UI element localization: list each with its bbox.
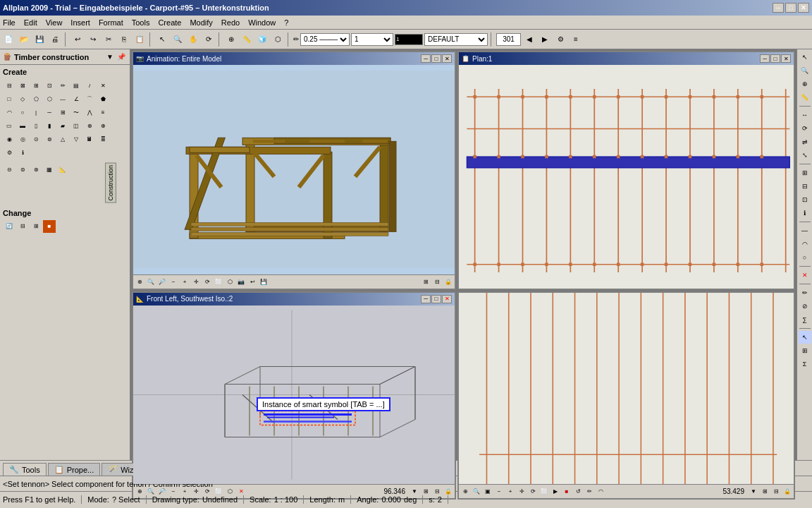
anim-lock[interactable]: 🔒 (443, 277, 453, 286)
open-button[interactable]: 📂 (17, 32, 31, 47)
icon-horiz[interactable]: ─ (43, 106, 56, 119)
minimize-button[interactable]: ─ (773, 3, 784, 13)
icon-beam3[interactable]: ▤ (70, 79, 82, 92)
plan-maximize-btn[interactable]: □ (770, 54, 780, 63)
panel-dropdown-btn[interactable]: ▼ (104, 52, 116, 63)
rt-layers[interactable]: ⊟ (799, 180, 811, 193)
rt-zoom[interactable]: 🔍 (799, 64, 811, 77)
icon-curve[interactable]: ⌒ (83, 92, 96, 105)
anim-camera[interactable]: 📷 (236, 277, 246, 286)
anim-minimize-btn[interactable]: ─ (421, 54, 431, 63)
anim-rotate[interactable]: ⟳ (202, 277, 212, 286)
select-btn[interactable]: ↖ (155, 32, 169, 47)
menu-edit[interactable]: Edit (24, 18, 37, 27)
maximize-button[interactable]: □ (785, 3, 796, 13)
plan-zoom-all[interactable]: ⊕ (460, 486, 470, 496)
change-icon2[interactable]: ⊟ (16, 220, 29, 233)
plan-plus[interactable]: + (505, 486, 515, 496)
anim-minus[interactable]: − (168, 277, 178, 286)
anim-snap1[interactable]: ⊞ (421, 277, 431, 286)
icon-floor2[interactable]: ▬ (16, 119, 29, 132)
rt-delete[interactable]: ✕ (799, 269, 811, 282)
plan-fit[interactable]: ⬜ (539, 486, 549, 496)
plan-rotate[interactable]: ⟳ (528, 486, 538, 496)
plan-minimize-btn[interactable]: ─ (760, 54, 770, 63)
cut-btn[interactable]: ✂ (102, 32, 116, 47)
icon-pentagon[interactable]: ⬠ (30, 92, 42, 105)
change-icon3[interactable]: ⊞ (30, 220, 42, 233)
icon-floor1[interactable]: ▭ (3, 119, 16, 132)
iso-minimize-btn[interactable]: ─ (421, 295, 431, 303)
icon-joint5[interactable]: ⊙ (30, 133, 42, 145)
snap-btn[interactable]: ⊕ (224, 32, 238, 47)
menu-tools[interactable]: Tools (132, 18, 150, 27)
print-button[interactable]: 🖨 (48, 32, 62, 47)
icon-joint2[interactable]: ⊕ (97, 119, 109, 132)
view-settings-btn[interactable]: ⚙ (553, 32, 567, 47)
icon-settings2[interactable]: ⚙ (3, 146, 16, 159)
plan-snap2[interactable]: ⊟ (771, 486, 781, 496)
icon-joint3[interactable]: ◉ (3, 133, 16, 145)
anim-reset[interactable]: ↩ (247, 277, 257, 286)
icon-extra1[interactable]: ⊝ (3, 163, 16, 176)
anim-plus[interactable]: + (180, 277, 190, 286)
new-button[interactable]: 📄 (1, 32, 16, 47)
icon-angle[interactable]: ∠ (70, 92, 82, 105)
plan-zoom-select[interactable]: ▣ (483, 486, 493, 496)
color-swatch[interactable]: 1 (395, 34, 423, 45)
paste-btn[interactable]: 📋 (133, 32, 147, 47)
wire-btn[interactable]: ⬡ (271, 32, 285, 47)
redo-btn[interactable]: ↪ (86, 32, 100, 47)
rt-eyedrop[interactable]: ⊘ (799, 300, 811, 313)
icon-grid[interactable]: ⊞ (56, 106, 69, 119)
icon-poly[interactable]: ⬟ (97, 92, 109, 105)
icon-info[interactable]: ℹ (16, 146, 29, 159)
rt-rotate[interactable]: ⟳ (799, 122, 811, 135)
change-icon1[interactable]: 🔄 (3, 220, 16, 233)
more-btn[interactable]: ≡ (569, 32, 583, 47)
plan-color[interactable]: ■ (562, 486, 572, 496)
icon-ruler[interactable]: 📐 (56, 163, 69, 176)
rt-line[interactable]: — (799, 224, 811, 237)
plan-select[interactable]: ▶ (550, 486, 560, 496)
menu-window[interactable]: Window (248, 18, 276, 27)
anim-pan[interactable]: ✛ (191, 277, 201, 286)
icon-beam[interactable]: ⊟ (3, 79, 16, 92)
icon-box[interactable]: □ (3, 92, 16, 105)
next-view-btn[interactable]: ▶ (538, 32, 552, 47)
icon-floor5[interactable]: ▰ (56, 119, 69, 132)
plan-snap1[interactable]: ⊞ (760, 486, 770, 496)
rt-pencil[interactable]: ✏ (799, 286, 811, 299)
iso-maximize-btn[interactable]: □ (431, 295, 441, 303)
menu-view[interactable]: View (46, 18, 63, 27)
plan-settings[interactable]: ▼ (749, 486, 758, 496)
rt-move[interactable]: ↔ (799, 109, 811, 121)
icon-slash[interactable]: / (83, 79, 96, 92)
prev-view-btn[interactable]: ◀ (522, 32, 536, 47)
rt-calc[interactable]: ∑ (799, 313, 811, 326)
icon-floor3[interactable]: ▯ (30, 119, 42, 132)
icon-truss2[interactable]: ▽ (70, 133, 82, 145)
rt-sigma[interactable]: Σ (799, 358, 811, 370)
icon-wave[interactable]: 〜 (70, 106, 82, 119)
rt-select[interactable]: ↖ (799, 51, 811, 64)
icon-calc2[interactable]: ▦ (43, 163, 56, 176)
icon-hex[interactable]: ⬡ (43, 92, 56, 105)
plan-minus[interactable]: − (494, 486, 504, 496)
icon-truss1[interactable]: △ (56, 133, 69, 145)
construction-tab[interactable]: Construction (105, 163, 116, 203)
rt-info[interactable]: ℹ (799, 207, 811, 219)
view-number-input[interactable] (496, 33, 521, 46)
tab-tools[interactable]: 🔧 Tools (3, 463, 47, 476)
measure-btn[interactable]: 📏 (240, 32, 254, 47)
icon-stair[interactable]: ≡ (97, 106, 109, 119)
icon-vert[interactable]: | (30, 106, 42, 119)
anim-fit[interactable]: ⬜ (214, 277, 223, 286)
save-button[interactable]: 💾 (32, 32, 47, 47)
icon-zigzag[interactable]: ⋀ (83, 106, 96, 119)
rt-measure[interactable]: 📏 (799, 91, 811, 104)
copy-btn[interactable]: ⎘ (117, 32, 131, 47)
menu-file[interactable]: File (3, 18, 16, 27)
change-icon4[interactable]: ■ (43, 220, 56, 233)
close-button[interactable]: ✕ (798, 3, 809, 13)
